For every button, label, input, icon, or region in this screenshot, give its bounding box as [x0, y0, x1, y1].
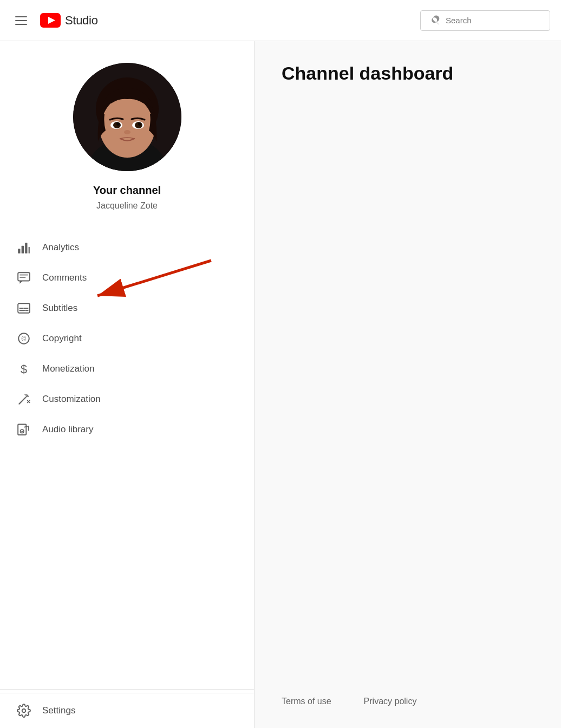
audio-library-icon	[16, 422, 31, 437]
sidebar-item-monetization[interactable]: $ Monetization	[0, 354, 254, 384]
youtube-logo-icon	[40, 13, 61, 28]
subtitles-label: Subtitles	[42, 303, 77, 314]
monetization-label: Monetization	[42, 363, 94, 374]
comments-icon	[16, 270, 31, 285]
audio-library-label: Audio library	[42, 424, 94, 435]
svg-rect-19	[22, 246, 24, 253]
menu-button[interactable]	[11, 12, 31, 29]
privacy-policy-link[interactable]: Privacy policy	[364, 697, 417, 706]
nav-divider	[0, 689, 254, 690]
svg-point-8	[101, 96, 153, 157]
subtitles-icon	[16, 301, 31, 316]
svg-rect-21	[29, 247, 30, 253]
sidebar-item-subtitles[interactable]: Subtitles	[0, 293, 254, 323]
sidebar-item-settings[interactable]: Settings	[0, 696, 254, 726]
svg-rect-18	[18, 249, 20, 253]
layout: Your channel Jacqueline Zote	[0, 41, 561, 728]
svg-text:$: $	[21, 362, 27, 376]
svg-point-14	[138, 122, 141, 126]
customization-icon	[16, 392, 31, 407]
customization-label: Customization	[42, 394, 101, 405]
sidebar-item-audio-library[interactable]: Audio library	[0, 414, 254, 445]
svg-line-33	[19, 398, 25, 404]
search-icon	[429, 15, 440, 26]
search-input[interactable]	[446, 16, 541, 25]
svg-text:©: ©	[22, 335, 27, 343]
svg-line-34	[25, 396, 27, 398]
channel-name: Jacqueline Zote	[96, 201, 158, 211]
settings-area: Settings	[0, 693, 254, 728]
analytics-label: Analytics	[42, 242, 79, 253]
channel-label: Your channel	[93, 184, 161, 197]
copyright-label: Copyright	[42, 333, 82, 344]
svg-rect-22	[18, 272, 30, 281]
sidebar-item-customization[interactable]: Customization	[0, 384, 254, 414]
sidebar: Your channel Jacqueline Zote	[0, 41, 255, 728]
copyright-icon: ©	[16, 331, 31, 346]
svg-point-15	[124, 130, 131, 134]
settings-icon	[16, 703, 31, 718]
svg-rect-20	[25, 243, 27, 253]
search-box[interactable]	[420, 10, 550, 31]
svg-line-43	[24, 426, 29, 427]
sidebar-item-analytics[interactable]: Analytics	[0, 232, 254, 263]
sidebar-item-copyright[interactable]: © Copyright	[0, 323, 254, 354]
monetization-icon: $	[16, 361, 31, 376]
settings-label: Settings	[42, 705, 75, 716]
header: Studio	[0, 0, 561, 41]
svg-line-37	[28, 395, 28, 395]
header-left: Studio	[11, 12, 98, 29]
main-body	[282, 100, 534, 686]
svg-line-38	[25, 394, 25, 395]
terms-of-use-link[interactable]: Terms of use	[282, 697, 331, 706]
logo-area[interactable]: Studio	[40, 13, 98, 28]
channel-info: Your channel Jacqueline Zote	[0, 41, 254, 227]
comments-label: Comments	[42, 272, 87, 283]
nav-items: Analytics Comments	[0, 227, 254, 686]
svg-point-13	[116, 122, 120, 126]
avatar	[73, 63, 181, 171]
sidebar-item-comments[interactable]: Comments	[0, 263, 254, 293]
studio-label: Studio	[65, 14, 98, 28]
analytics-icon	[16, 240, 31, 255]
page-title: Channel dashboard	[282, 63, 534, 84]
main-content: Channel dashboard Terms of use Privacy p…	[255, 41, 561, 728]
svg-point-45	[21, 431, 23, 432]
svg-point-46	[22, 709, 26, 713]
avatar-image	[73, 63, 181, 171]
footer-links: Terms of use Privacy policy	[282, 686, 534, 706]
